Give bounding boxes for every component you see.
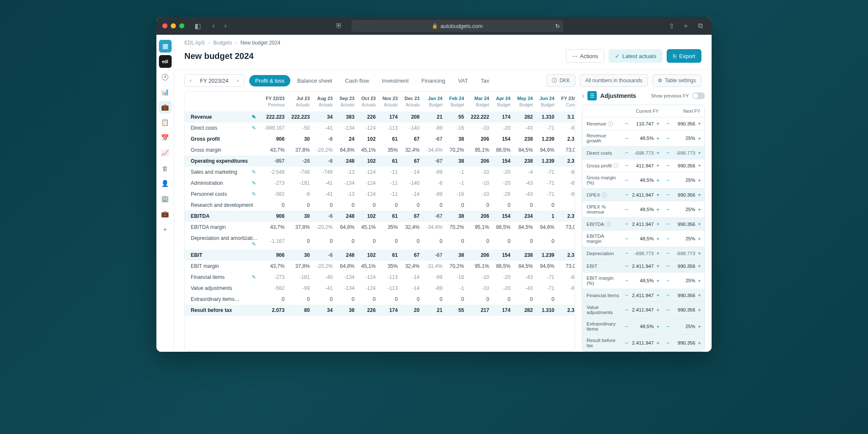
plus-icon[interactable]: + bbox=[698, 135, 701, 142]
plus-icon[interactable]: + bbox=[698, 206, 701, 213]
plus-icon[interactable]: + bbox=[656, 162, 659, 169]
minus-icon[interactable]: − bbox=[625, 292, 629, 298]
plus-icon[interactable]: + bbox=[656, 206, 659, 213]
minus-icon[interactable]: − bbox=[667, 292, 670, 298]
tab-tax[interactable]: Tax bbox=[475, 75, 495, 86]
sidebar-item-3[interactable]: 📋 bbox=[159, 116, 172, 129]
edit-icon[interactable]: ✎ bbox=[252, 191, 256, 197]
minus-icon[interactable]: − bbox=[667, 340, 670, 346]
minus-icon[interactable]: − bbox=[667, 278, 670, 284]
plus-icon[interactable]: + bbox=[656, 221, 659, 227]
plus-icon[interactable]: + bbox=[656, 177, 659, 184]
plus-icon[interactable]: + bbox=[698, 221, 701, 227]
info-icon[interactable]: i bbox=[613, 163, 618, 168]
minus-icon[interactable]: − bbox=[667, 307, 670, 313]
plus-icon[interactable]: + bbox=[698, 278, 701, 284]
edit-icon[interactable]: ✎ bbox=[252, 114, 256, 120]
minus-icon[interactable]: − bbox=[667, 150, 670, 156]
minus-icon[interactable]: − bbox=[667, 250, 670, 256]
sidebar-item-1[interactable]: 📊 bbox=[159, 86, 172, 98]
sidebar-item-2[interactable]: 💼 bbox=[159, 101, 172, 114]
minimize-window-icon[interactable] bbox=[171, 23, 176, 28]
sidebar-item-8[interactable]: 🏢 bbox=[159, 192, 172, 205]
fy-prev-icon[interactable]: ‹ bbox=[185, 78, 197, 83]
plus-icon[interactable]: + bbox=[656, 323, 659, 330]
minus-icon[interactable]: − bbox=[625, 162, 629, 169]
minus-icon[interactable]: − bbox=[625, 250, 629, 256]
minus-icon[interactable]: − bbox=[625, 323, 629, 330]
share-icon[interactable]: ⇧ bbox=[666, 21, 677, 31]
breadcrumb-0[interactable]: EDL ApS bbox=[184, 40, 205, 46]
plus-icon[interactable]: + bbox=[656, 250, 659, 256]
minus-icon[interactable]: − bbox=[625, 263, 629, 269]
info-icon[interactable]: i bbox=[602, 192, 607, 198]
plus-icon[interactable]: + bbox=[656, 150, 659, 156]
plus-icon[interactable]: + bbox=[656, 307, 659, 313]
plus-icon[interactable]: + bbox=[698, 177, 701, 184]
plus-icon[interactable]: + bbox=[656, 340, 659, 346]
fy-selector[interactable]: ‹ FY 2023/24 › bbox=[184, 74, 244, 87]
plus-icon[interactable]: + bbox=[698, 340, 701, 346]
latest-actuals-button[interactable]: ✓Latest actuals bbox=[609, 49, 662, 63]
info-icon[interactable]: i bbox=[608, 121, 613, 126]
minus-icon[interactable]: − bbox=[667, 162, 670, 169]
forward-icon[interactable]: › bbox=[220, 21, 231, 31]
tab-cash-flow[interactable]: Cash flow bbox=[339, 75, 375, 86]
edit-icon[interactable]: ✎ bbox=[252, 274, 256, 280]
plus-icon[interactable]: + bbox=[698, 150, 701, 156]
tab-vat[interactable]: VAT bbox=[452, 75, 474, 86]
minus-icon[interactable]: − bbox=[667, 263, 670, 269]
table-settings-button[interactable]: ⚙Table settings bbox=[652, 74, 701, 87]
tab-balance-sheet[interactable]: Balance sheet bbox=[291, 75, 338, 86]
plus-icon[interactable]: + bbox=[656, 120, 659, 127]
plus-icon[interactable]: + bbox=[656, 192, 659, 198]
sidebar-item-9[interactable]: 💼 bbox=[159, 208, 172, 220]
sidebar-item-7[interactable]: 👤 bbox=[159, 177, 172, 190]
minus-icon[interactable]: − bbox=[625, 150, 629, 156]
sidebar-toggle-icon[interactable]: ◧ bbox=[192, 21, 203, 31]
minus-icon[interactable]: − bbox=[625, 177, 629, 184]
minus-icon[interactable]: − bbox=[667, 206, 670, 213]
minus-icon[interactable]: − bbox=[667, 323, 670, 330]
edit-icon[interactable]: ✎ bbox=[252, 169, 256, 175]
org-badge[interactable]: edl bbox=[159, 55, 172, 68]
minus-icon[interactable]: − bbox=[625, 120, 629, 127]
plus-icon[interactable]: + bbox=[656, 135, 659, 142]
close-window-icon[interactable] bbox=[162, 23, 167, 28]
url-bar[interactable]: 🔒 autobudgets.com ↻ bbox=[351, 20, 563, 32]
plus-icon[interactable]: + bbox=[656, 292, 659, 298]
fy-next-icon[interactable]: › bbox=[232, 78, 244, 83]
sidebar-item-4[interactable]: 📅 bbox=[159, 131, 172, 144]
plus-icon[interactable]: + bbox=[698, 263, 701, 269]
currency-chip[interactable]: ⓘDKK bbox=[546, 74, 576, 87]
minus-icon[interactable]: − bbox=[667, 192, 670, 198]
edit-icon[interactable]: ✎ bbox=[252, 180, 256, 186]
minus-icon[interactable]: − bbox=[667, 221, 670, 227]
sidebar-add[interactable]: ＋ bbox=[159, 223, 172, 236]
plus-icon[interactable]: + bbox=[698, 120, 701, 127]
reload-icon[interactable]: ↻ bbox=[555, 23, 560, 29]
minus-icon[interactable]: − bbox=[625, 192, 629, 198]
plus-icon[interactable]: + bbox=[698, 250, 701, 256]
new-tab-icon[interactable]: ＋ bbox=[680, 21, 691, 31]
sidebar-notifications[interactable]: ◯ bbox=[159, 70, 172, 83]
tabs-icon[interactable]: ⧉ bbox=[695, 21, 706, 31]
minus-icon[interactable]: − bbox=[667, 135, 670, 142]
back-icon[interactable]: ‹ bbox=[208, 21, 219, 31]
plus-icon[interactable]: + bbox=[656, 263, 659, 269]
maximize-window-icon[interactable] bbox=[179, 23, 184, 28]
tab-financing[interactable]: Financing bbox=[415, 75, 451, 86]
plus-icon[interactable]: + bbox=[698, 292, 701, 298]
minus-icon[interactable]: − bbox=[625, 206, 629, 213]
plus-icon[interactable]: + bbox=[656, 236, 659, 242]
minus-icon[interactable]: − bbox=[625, 236, 629, 242]
plus-icon[interactable]: + bbox=[698, 323, 701, 330]
collapse-icon[interactable]: › bbox=[582, 92, 584, 100]
show-prev-toggle[interactable] bbox=[692, 92, 705, 99]
app-logo-icon[interactable]: ▦ bbox=[159, 40, 172, 53]
minus-icon[interactable]: − bbox=[625, 307, 629, 313]
actions-button[interactable]: ⋯Actions bbox=[566, 49, 605, 63]
sidebar-item-5[interactable]: 📈 bbox=[159, 147, 172, 159]
edit-icon[interactable]: ✎ bbox=[252, 241, 256, 247]
sidebar-item-6[interactable]: 🗑 bbox=[159, 162, 172, 175]
